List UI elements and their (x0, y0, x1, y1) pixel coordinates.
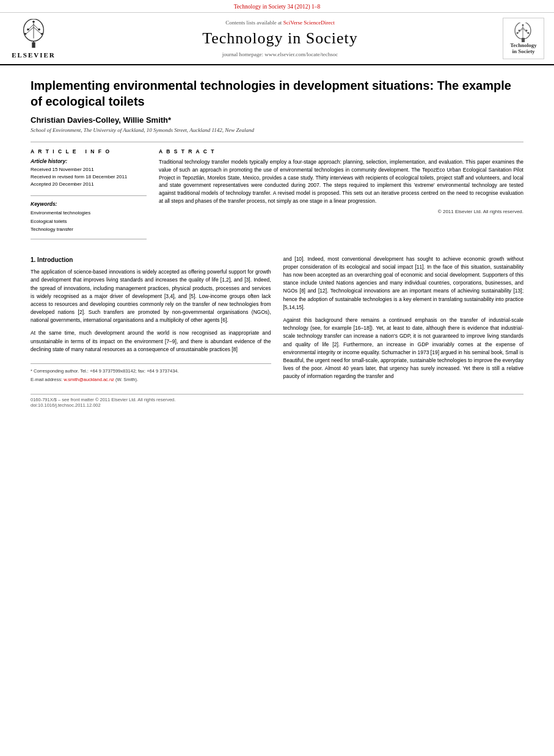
journal-title: Technology in Society (202, 29, 358, 48)
svg-point-10 (27, 28, 29, 31)
journal-logo-box: Technologyin Society (503, 18, 544, 59)
article-info-abstract: A R T I C L E I N F O Article history: R… (31, 148, 523, 244)
body-para-4: Against this background there remains a … (283, 316, 524, 380)
svg-point-20 (517, 32, 519, 34)
journal-ref-text: Technology in Society 34 (2012) 1–8 (234, 4, 321, 10)
revised-date: Received in revised form 18 December 201… (31, 173, 147, 181)
abstract-copyright: © 2011 Elsevier Ltd. All rights reserved… (159, 209, 523, 214)
email-link[interactable]: w.smith@auckland.ac.nz (64, 377, 114, 382)
logo-box-tree-icon (511, 23, 536, 42)
svg-point-23 (526, 30, 528, 32)
bottom-bar: 0160-791X/$ – see front matter © 2011 El… (31, 394, 523, 408)
body-para-3: and [10]. Indeed, most conventional deve… (283, 255, 524, 311)
col-left-divider-2 (31, 239, 147, 239)
keyword-1: Environmental technologies (31, 209, 147, 217)
email-suffix: (W. Smith). (115, 377, 138, 382)
journal-reference: Technology in Society 34 (2012) 1–8 (0, 0, 554, 13)
body-two-col: 1. Introduction The application of scien… (31, 255, 523, 384)
col-left-divider-1 (31, 195, 147, 196)
article-affiliation: School of Environment, The University of… (31, 127, 523, 133)
svg-point-9 (41, 32, 43, 35)
article-info-label: A R T I C L E I N F O (31, 148, 147, 154)
body-para-2: At the same time, much development aroun… (31, 329, 271, 354)
svg-point-8 (24, 32, 27, 35)
bottom-bar-text: 0160-791X/$ – see front matter © 2011 El… (31, 397, 523, 402)
article-title: Implementing environmental technologies … (31, 78, 523, 109)
keyword-3: Technology transfer (31, 225, 147, 234)
keywords-title: Keywords: (31, 201, 147, 207)
abstract-text: Traditional technology transfer models t… (159, 158, 523, 205)
article-divider (31, 142, 523, 142)
journal-header: ELSEVIER Contents lists available at Sci… (0, 13, 554, 65)
journal-center: Contents lists available at SciVerse Sci… (61, 18, 499, 59)
bottom-bar-doi: doi:10.1016/j.techsoc.2011.12.002 (31, 402, 523, 408)
svg-rect-13 (522, 38, 525, 42)
svg-point-21 (528, 32, 530, 34)
history-title: Article history: (31, 158, 147, 164)
svg-point-11 (38, 28, 40, 31)
svg-point-12 (32, 20, 35, 23)
section-1-heading: 1. Introduction (31, 255, 271, 265)
elsevier-logo: ELSEVIER (6, 18, 61, 59)
body-col-left: 1. Introduction The application of scien… (31, 255, 271, 384)
elsevier-tree-icon (15, 19, 52, 49)
sciverse-link[interactable]: SciVerse ScienceDirect (283, 20, 335, 26)
svg-point-24 (522, 24, 524, 26)
abstract-label: A B S T R A C T (159, 148, 523, 154)
article-main: Implementing environmental technologies … (0, 65, 554, 420)
article-info-col: A R T I C L E I N F O Article history: R… (31, 148, 147, 244)
svg-point-22 (519, 30, 520, 32)
abstract-col: A B S T R A C T Traditional technology t… (159, 148, 523, 244)
footnote-email: E-mail address: w.smith@auckland.ac.nz (… (31, 376, 271, 383)
body-section-1: 1. Introduction The application of scien… (31, 255, 523, 384)
email-label: E-mail address: (31, 377, 62, 382)
received-date: Received 15 November 2011 (31, 166, 147, 173)
page: Technology in Society 34 (2012) 1–8 (0, 0, 554, 756)
svg-rect-0 (32, 42, 35, 48)
keyword-2: Ecological toilets (31, 217, 147, 226)
contents-available-line: Contents lists available at SciVerse Sci… (225, 20, 335, 26)
body-col-right: and [10]. Indeed, most conventional deve… (283, 255, 524, 384)
journal-homepage: journal homepage: www.elsevier.com/locat… (222, 51, 338, 57)
footnote-area: * Corresponding author. Tel.: +64 9 3737… (31, 363, 271, 383)
authors-text: Christian Davies-Colley, Willie Smith* (31, 115, 171, 125)
article-authors: Christian Davies-Colley, Willie Smith* (31, 115, 523, 125)
footnote-star: * Corresponding author. Tel.: +64 9 3737… (31, 368, 271, 375)
accepted-date: Accepted 20 December 2011 (31, 181, 147, 188)
journal-logo-right: Technologyin Society (499, 18, 548, 59)
logo-box-title: Technologyin Society (510, 42, 537, 54)
keywords-block: Keywords: Environmental technologies Eco… (31, 201, 147, 234)
elsevier-brand-text: ELSEVIER (12, 51, 56, 59)
body-para-1: The application of science-based innovat… (31, 268, 271, 324)
article-history-block: Article history: Received 15 November 20… (31, 158, 147, 188)
